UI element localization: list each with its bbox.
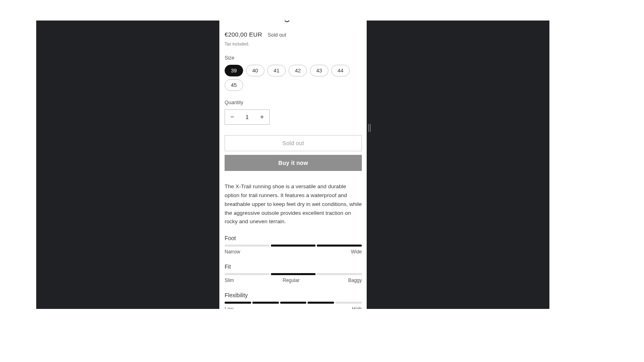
stage: €200,00 EUR Sold out Tax included. Size … [0,0,644,362]
price-row: €200,00 EUR Sold out [225,31,362,38]
rating-segment [335,302,362,304]
size-option-42[interactable]: 42 [289,65,307,76]
rating-foot-bar [225,245,362,247]
rating-fit-title: Fit [225,263,362,270]
rating-flex: Flexibility Low High [225,292,362,309]
quantity-increase-button[interactable]: + [255,110,269,124]
rating-foot: Foot Narrow Wide [225,235,362,255]
rating-label-left: Slim [225,278,234,283]
quantity-value: 1 [239,110,255,124]
rating-segment [271,245,316,247]
size-option-44[interactable]: 44 [331,65,350,76]
rating-segment [317,245,362,247]
size-options: 39 40 41 42 43 44 45 [225,65,362,91]
quantity-stepper: − 1 + [225,109,270,125]
rating-fit: Fit Slim Regular Baggy [225,263,362,283]
rating-flex-title: Flexibility [225,292,362,298]
rating-label-left: Narrow [225,249,240,255]
rating-label-right: Baggy [348,278,362,283]
panel-resize-handle[interactable] [368,124,371,132]
size-option-41[interactable]: 41 [267,65,286,76]
product-panel: €200,00 EUR Sold out Tax included. Size … [219,21,367,309]
tax-note: Tax included. [225,41,362,46]
rating-foot-title: Foot [225,235,362,241]
rating-segment [225,273,270,275]
price: €200,00 EUR [225,31,262,38]
rating-segment [280,302,307,304]
size-label: Size [225,55,362,61]
rating-foot-labels: Narrow Wide [225,249,362,255]
size-option-40[interactable]: 40 [246,65,264,76]
rating-segment [225,302,251,304]
quantity-decrease-button[interactable]: − [225,110,239,124]
rating-segment [317,273,362,275]
sold-out-button[interactable]: Sold out [225,135,362,151]
rating-fit-bar [225,273,362,275]
size-option-39[interactable]: 39 [225,65,243,76]
rating-segment [252,302,279,304]
rating-flex-labels: Low High [225,306,362,309]
buy-it-now-button[interactable]: Buy it now [225,155,362,171]
rating-label-right: Wide [351,249,362,255]
availability-badge: Sold out [268,32,286,38]
quantity-label: Quantity [225,100,362,105]
rating-label-left: Low [225,306,233,309]
rating-label-right: High [352,306,362,309]
product-description: The X-Trail running shoe is a versatile … [225,182,362,226]
rating-label-center: Regular [283,278,299,283]
size-option-43[interactable]: 43 [310,65,328,76]
rating-segment [308,302,334,304]
title-fragment [225,21,362,23]
rating-flex-bar [225,302,362,304]
size-option-45[interactable]: 45 [225,79,243,91]
rating-fit-labels: Slim Regular Baggy [225,278,362,283]
rating-segment [271,273,316,275]
rating-segment [225,245,270,247]
